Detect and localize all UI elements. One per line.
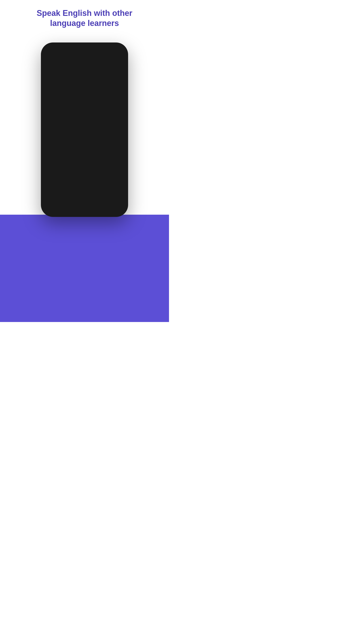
- header-title: Speak English with other language learne…: [14, 8, 156, 28]
- purple-background: [0, 215, 169, 322]
- phone-frame: [41, 42, 128, 217]
- header-section: Speak English with other language learne…: [0, 0, 169, 34]
- phone-mockup: 9:41 ▌▌▌: [41, 42, 128, 217]
- phone-notch: [71, 46, 98, 52]
- page-wrapper: Speak English with other language learne…: [0, 0, 169, 322]
